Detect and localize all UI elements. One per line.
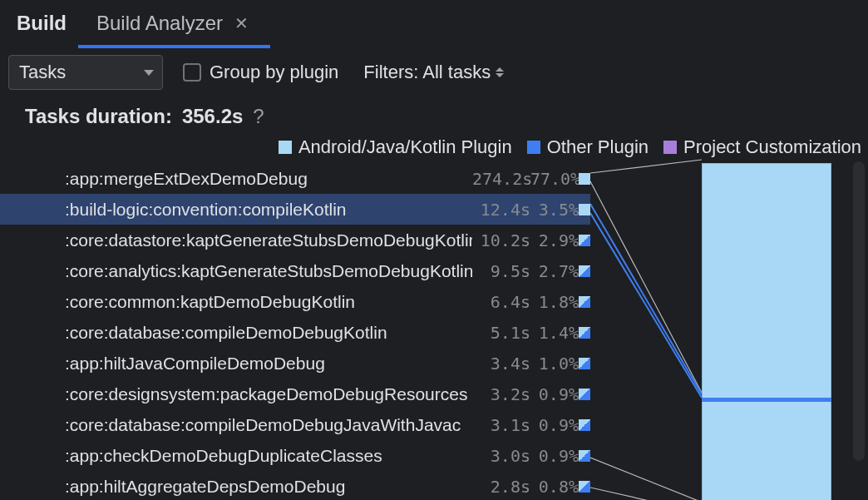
chart-bar-selected-slice (702, 398, 831, 402)
task-percent: 2.7% (530, 261, 579, 281)
chevron-down-icon (144, 70, 154, 76)
task-row[interactable]: :core:database:compileDemoDebugJavaWithJ… (0, 409, 590, 440)
task-time: 5.1s (472, 323, 530, 343)
legend-project: Project Customization (663, 136, 861, 158)
task-name: :app:hiltJavaCompileDemoDebug (65, 354, 472, 374)
task-category-icon (579, 358, 590, 369)
task-category-icon (579, 296, 590, 308)
task-row[interactable]: :core:designsystem:packageDemoDebugResou… (0, 379, 590, 409)
task-percent: 0.9% (530, 415, 579, 435)
task-category-icon (579, 327, 590, 339)
task-row[interactable]: :app:mergeExtDexDemoDebug274.2s77.0% (0, 163, 590, 194)
swatch-icon (663, 141, 677, 154)
task-percent: 1.4% (530, 323, 579, 343)
tab-build[interactable]: Build (13, 2, 70, 45)
tab-build-analyzer-label: Build Analyzer (96, 12, 223, 35)
tasks-select-value: Tasks (19, 62, 66, 83)
filters-label: Filters: All tasks (363, 62, 491, 83)
chart-bar-main (702, 163, 831, 500)
task-time: 3.2s (472, 384, 530, 404)
help-icon[interactable]: ? (253, 105, 264, 128)
chart-area (590, 163, 868, 500)
task-time: 10.2s (472, 230, 530, 250)
legend-android: Android/Java/Kotlin Plugin (279, 136, 512, 158)
task-category-icon (579, 265, 590, 277)
checkbox-icon (183, 63, 201, 82)
tasks-select[interactable]: Tasks (8, 55, 163, 90)
task-category-icon (579, 204, 590, 215)
tasks-duration-value: 356.2s (182, 105, 243, 128)
task-category-icon (579, 419, 590, 431)
task-category-icon (579, 235, 590, 246)
task-row[interactable]: :core:common:kaptDemoDebugKotlin6.4s1.8% (0, 286, 590, 317)
sort-icon (496, 67, 504, 77)
tasks-duration-label: Tasks duration: (25, 105, 172, 128)
task-row[interactable]: :app:checkDemoDebugDuplicateClasses3.0s0… (0, 440, 590, 471)
task-time: 3.1s (472, 415, 530, 435)
task-time: 6.4s (472, 292, 530, 312)
task-time: 3.0s (472, 446, 530, 466)
close-icon[interactable]: ✕ (234, 13, 249, 33)
task-time: 274.2s (472, 169, 530, 189)
task-name: :core:database:compileDemoDebugJavaWithJ… (65, 415, 472, 435)
group-by-plugin-label: Group by plugin (210, 62, 338, 83)
filters-dropdown[interactable]: Filters: All tasks (363, 62, 504, 83)
task-category-icon (579, 481, 590, 493)
task-time: 3.4s (472, 354, 530, 374)
task-percent: 1.8% (530, 292, 579, 312)
legend-project-label: Project Customization (683, 136, 861, 158)
legend-other-label: Other Plugin (547, 136, 649, 158)
task-percent: 3.5% (530, 200, 579, 220)
task-row[interactable]: :core:database:compileDemoDebugKotlin5.1… (0, 317, 590, 348)
legend-android-label: Android/Java/Kotlin Plugin (298, 136, 512, 158)
task-list[interactable]: :app:mergeExtDexDemoDebug274.2s77.0%:bui… (0, 163, 590, 500)
legend-other: Other Plugin (527, 136, 649, 158)
swatch-icon (279, 141, 292, 154)
task-time: 2.8s (472, 477, 530, 497)
task-name: :build-logic:convention:compileKotlin (65, 200, 472, 220)
task-percent: 0.9% (530, 446, 579, 466)
task-time: 12.4s (472, 200, 530, 220)
task-row[interactable]: :app:hiltAggregateDepsDemoDebug2.8s0.8% (0, 471, 590, 500)
task-name: :app:hiltAggregateDepsDemoDebug (65, 477, 472, 497)
task-name: :app:checkDemoDebugDuplicateClasses (65, 446, 472, 466)
scrollbar[interactable] (853, 161, 865, 461)
task-percent: 77.0% (530, 169, 579, 189)
task-name: :core:database:compileDemoDebugKotlin (65, 323, 472, 343)
task-percent: 0.8% (530, 477, 579, 497)
tab-build-analyzer[interactable]: Build Analyzer ✕ (93, 2, 252, 45)
task-time: 9.5s (472, 261, 530, 281)
task-name: :core:common:kaptDemoDebugKotlin (65, 292, 472, 312)
task-percent: 1.0% (530, 354, 579, 374)
task-row[interactable]: :core:datastore:kaptGenerateStubsDemoDeb… (0, 225, 590, 255)
task-row[interactable]: :build-logic:convention:compileKotlin12.… (0, 194, 590, 225)
group-by-plugin-checkbox[interactable]: Group by plugin (183, 62, 338, 83)
task-name: :app:mergeExtDexDemoDebug (65, 169, 472, 189)
legend: Android/Java/Kotlin Plugin Other Plugin … (0, 135, 868, 163)
task-category-icon (579, 450, 590, 462)
swatch-icon (527, 141, 540, 154)
task-category-icon (579, 173, 590, 185)
task-name: :core:designsystem:packageDemoDebugResou… (65, 384, 472, 404)
task-percent: 2.9% (530, 230, 579, 250)
task-row[interactable]: :app:hiltJavaCompileDemoDebug3.4s1.0% (0, 348, 590, 379)
task-category-icon (579, 389, 590, 400)
task-row[interactable]: :core:analytics:kaptGenerateStubsDemoDeb… (0, 255, 590, 286)
task-name: :core:analytics:kaptGenerateStubsDemoDeb… (65, 261, 472, 281)
task-percent: 0.9% (530, 384, 579, 404)
task-name: :core:datastore:kaptGenerateStubsDemoDeb… (65, 230, 472, 250)
